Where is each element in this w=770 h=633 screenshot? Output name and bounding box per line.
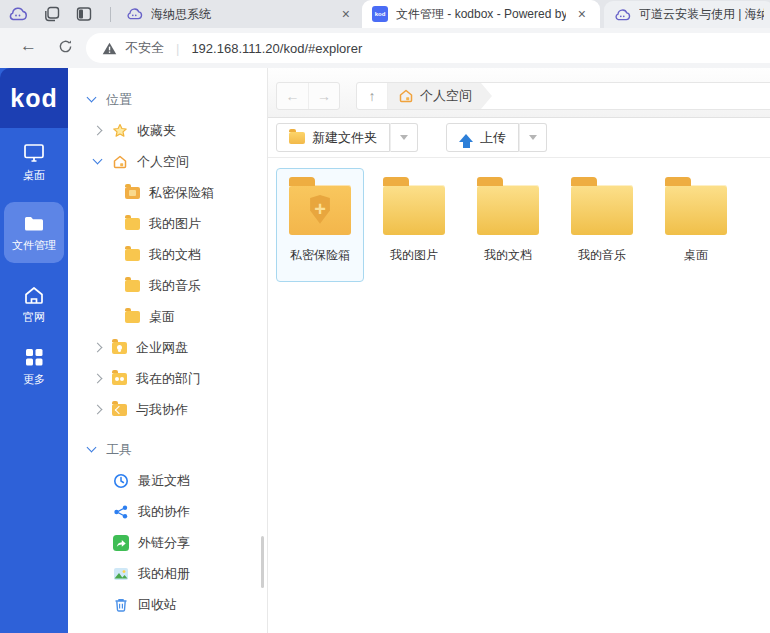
upload-button[interactable]: 上传 — [446, 123, 519, 152]
folder-icon — [125, 249, 140, 261]
chevron-down-icon[interactable] — [87, 93, 97, 103]
tree-item-recent-docs[interactable]: 最近文档 — [68, 465, 267, 496]
tree-item-desktop[interactable]: 桌面 — [68, 301, 267, 332]
tree-label: 最近文档 — [138, 472, 190, 490]
vertical-tabs-icon[interactable] — [76, 6, 92, 22]
tab-title: 可道云安装与使用 | 海纳思 — [639, 6, 764, 23]
tree-item-favorites[interactable]: 收藏夹 — [68, 115, 267, 146]
album-icon — [113, 566, 129, 582]
browser-cloud-icon[interactable] — [8, 7, 28, 21]
folder-icon — [477, 185, 539, 235]
file-name: 我的文档 — [484, 247, 532, 264]
kodbox-app: kod 桌面 文件管理 官网 更多 — [0, 68, 770, 633]
tree-item-my-pictures[interactable]: 我的图片 — [68, 208, 267, 239]
folder-icon — [4, 214, 64, 234]
file-tile-desktop[interactable]: 桌面 — [652, 168, 740, 282]
tree-section-location[interactable]: 位置 — [68, 84, 267, 115]
up-level-button[interactable]: ↑ — [357, 83, 388, 109]
folder-users-icon — [112, 373, 127, 385]
rail-item-more[interactable]: 更多 — [4, 346, 64, 387]
history-back-button[interactable]: ← — [277, 83, 308, 109]
tree-label: 位置 — [106, 91, 132, 109]
file-browser-main: ← → ↑ 个人空间 新建文件夹 — [268, 68, 770, 633]
caret-down-icon — [400, 135, 408, 140]
chevron-down-icon[interactable] — [93, 155, 103, 165]
tree-item-shared-with-me[interactable]: 与我协作 — [68, 394, 267, 425]
new-folder-label: 新建文件夹 — [312, 129, 377, 147]
tree-item-personal-space[interactable]: 个人空间 — [68, 146, 267, 177]
folder-icon — [125, 280, 140, 292]
rail-item-label: 官网 — [4, 310, 64, 325]
chevron-right-icon[interactable] — [93, 343, 103, 353]
file-tile-my-documents[interactable]: 我的文档 — [464, 168, 552, 282]
sidebar-tree: 位置 收藏夹 个人空间 私密保险箱 我的图片 我的文档 — [68, 68, 268, 633]
tree-label: 企业网盘 — [136, 339, 188, 357]
kod-logo[interactable]: kod — [0, 68, 68, 128]
tree-item-safe-box[interactable]: 私密保险箱 — [68, 177, 267, 208]
tab-layers-icon[interactable] — [44, 6, 60, 22]
file-tile-my-music[interactable]: 我的音乐 — [558, 168, 646, 282]
chevron-down-icon[interactable] — [87, 443, 97, 453]
url-text[interactable]: 192.168.111.20/kod/#explorer — [191, 41, 362, 56]
rail-item-website[interactable]: 官网 — [4, 284, 64, 325]
cloud-favicon-icon — [126, 8, 143, 20]
home-icon — [398, 88, 414, 104]
tree-label: 我的音乐 — [149, 277, 201, 295]
file-name: 私密保险箱 — [290, 247, 350, 264]
folder-icon — [125, 311, 140, 323]
rail-item-label: 文件管理 — [4, 238, 64, 253]
tree-item-external-share[interactable]: 外链分享 — [68, 527, 267, 558]
tree-label: 我的相册 — [138, 565, 190, 583]
chevron-right-icon[interactable] — [93, 374, 103, 384]
browser-back-icon[interactable]: ← — [20, 36, 37, 56]
chevron-right-icon[interactable] — [93, 126, 103, 136]
upload-button-group: 上传 — [446, 123, 547, 152]
tree-label: 我的文档 — [149, 246, 201, 264]
security-label[interactable]: 不安全 — [125, 39, 164, 57]
tree-item-my-collaboration[interactable]: 我的协作 — [68, 496, 267, 527]
folder-grid: + 私密保险箱 我的图片 我的文档 我的音乐 桌面 — [268, 158, 770, 282]
tree-item-my-albums[interactable]: 我的相册 — [68, 558, 267, 589]
file-tile-safe-box[interactable]: + 私密保险箱 — [276, 168, 364, 282]
tree-item-my-department[interactable]: 我在的部门 — [68, 363, 267, 394]
tree-item-company-drive[interactable]: 企业网盘 — [68, 332, 267, 363]
path-box: ↑ 个人空间 — [356, 82, 770, 110]
trash-icon — [113, 597, 129, 613]
tree-label: 工具 — [106, 441, 132, 459]
breadcrumb-segment-personal-space[interactable]: 个人空间 — [388, 83, 492, 109]
tab-close-icon[interactable]: × — [338, 6, 354, 22]
address-bar[interactable]: 不安全 | 192.168.111.20/kod/#explorer — [86, 33, 770, 63]
tree-label: 我的图片 — [149, 215, 201, 233]
tree-item-recycle-bin[interactable]: 回收站 — [68, 589, 267, 620]
tree-item-my-documents[interactable]: 我的文档 — [68, 239, 267, 270]
browser-tab-hinas[interactable]: 海纳思系统 × — [126, 0, 354, 28]
history-nav-group: ← → — [276, 82, 340, 110]
tab-close-icon[interactable]: × — [574, 6, 590, 22]
breadcrumb-label: 个人空间 — [420, 87, 472, 105]
monitor-icon — [4, 142, 64, 164]
folder-lock-icon — [125, 187, 140, 199]
new-folder-dropdown-button[interactable] — [390, 123, 418, 152]
tree-section-file-types[interactable]: 文件类型 — [68, 629, 267, 633]
new-folder-button[interactable]: 新建文件夹 — [276, 123, 390, 152]
browser-refresh-icon[interactable] — [58, 39, 73, 54]
browser-tab-kodbox-active[interactable]: kod 文件管理 - kodbox - Powered by × — [362, 0, 600, 28]
app-rail: kod 桌面 文件管理 官网 更多 — [0, 68, 68, 633]
tab-strip-divider — [110, 7, 111, 22]
history-forward-button[interactable]: → — [308, 83, 339, 109]
star-icon — [112, 123, 128, 139]
file-tile-my-pictures[interactable]: 我的图片 — [370, 168, 458, 282]
share-icon — [113, 504, 129, 520]
caret-down-icon — [529, 135, 537, 140]
rail-item-desktop[interactable]: 桌面 — [4, 142, 64, 183]
rail-item-file-manager[interactable]: 文件管理 — [4, 202, 64, 263]
upload-dropdown-button[interactable] — [519, 123, 547, 152]
browser-chrome: 海纳思系统 × kod 文件管理 - kodbox - Powered by ×… — [0, 0, 770, 68]
toolbar: 新建文件夹 上传 — [268, 118, 770, 158]
tree-section-tools[interactable]: 工具 — [68, 434, 267, 465]
chevron-right-icon[interactable] — [93, 405, 103, 415]
tree-scrollbar[interactable] — [261, 536, 264, 588]
browser-tab-kodcloud-docs[interactable]: 可道云安装与使用 | 海纳思 — [604, 1, 770, 28]
browser-navbar: ← 不安全 | 192.168.111.20/kod/#explorer — [0, 28, 770, 68]
tree-item-my-music[interactable]: 我的音乐 — [68, 270, 267, 301]
